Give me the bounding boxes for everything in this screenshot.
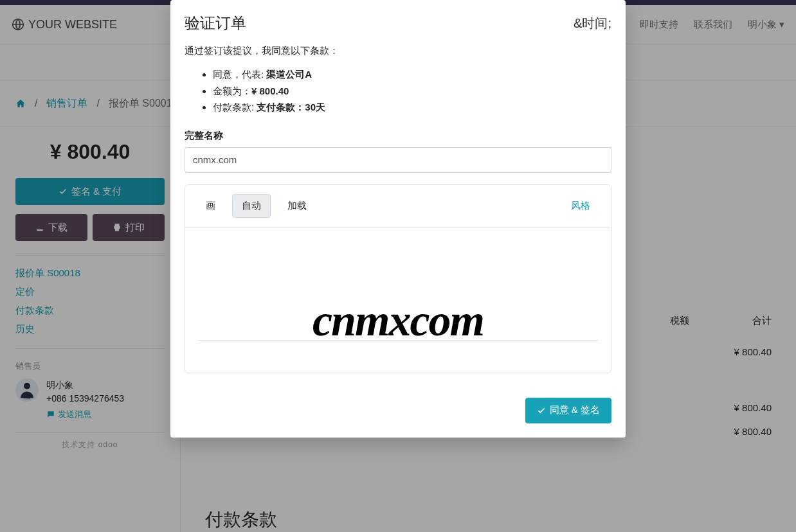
- confirm-sign-button[interactable]: 同意 & 签名: [525, 398, 611, 423]
- signature-card: 画 自动 加载 风格 cnmxcom: [185, 184, 611, 373]
- close-icon[interactable]: &时间;: [574, 15, 611, 32]
- signature-preview: cnmxcom: [312, 298, 484, 343]
- tab-style[interactable]: 风格: [562, 195, 599, 217]
- full-name-input[interactable]: [185, 147, 611, 173]
- term-item: 金额为：¥ 800.40: [213, 83, 611, 100]
- tab-draw[interactable]: 画: [197, 195, 224, 217]
- modal-footer: 同意 & 签名: [170, 398, 626, 438]
- full-name-label: 完整名称: [185, 130, 611, 142]
- tab-load[interactable]: 加载: [278, 195, 316, 217]
- tab-auto[interactable]: 自动: [232, 194, 271, 218]
- terms-list: 同意，代表: 渠道公司A 金额为：¥ 800.40 付款条款: 支付条款：30天: [185, 66, 611, 116]
- modal-header: 验证订单 &时间;: [170, 0, 626, 45]
- signature-area[interactable]: cnmxcom: [185, 227, 611, 373]
- verify-order-modal: 验证订单 &时间; 通过签订该提议，我同意以下条款： 同意，代表: 渠道公司A …: [170, 0, 626, 438]
- check-icon: [537, 406, 546, 415]
- modal-body: 通过签订该提议，我同意以下条款： 同意，代表: 渠道公司A 金额为：¥ 800.…: [170, 45, 626, 398]
- consent-intro: 通过签订该提议，我同意以下条款：: [185, 45, 611, 57]
- signature-tabs: 画 自动 加载 风格: [185, 185, 611, 227]
- term-item: 付款条款: 支付条款：30天: [213, 99, 611, 116]
- modal-title: 验证订单: [185, 13, 246, 33]
- term-item: 同意，代表: 渠道公司A: [213, 66, 611, 83]
- signature-line: [198, 340, 598, 341]
